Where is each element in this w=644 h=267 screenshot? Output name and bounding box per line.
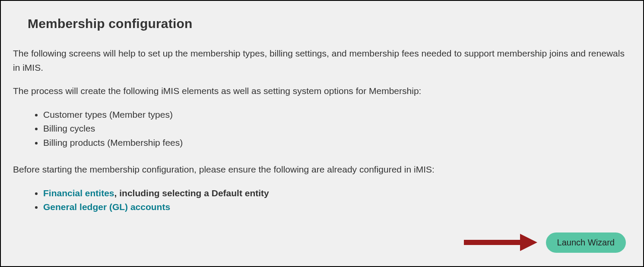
list-item: Customer types (Member types) [43, 108, 631, 122]
membership-config-panel: Membership configuration The following s… [0, 0, 644, 267]
arrow-right-icon [462, 229, 537, 255]
launch-wizard-button[interactable]: Launch Wizard [546, 232, 626, 253]
page-title: Membership configuration [28, 16, 631, 31]
intro-paragraph-2: The process will create the following iM… [13, 84, 631, 98]
action-row: Launch Wizard [462, 229, 626, 255]
financial-entities-link[interactable]: Financial entites [43, 188, 114, 198]
prereq-suffix: , including selecting a Default entity [114, 188, 269, 198]
list-item: Billing products (Membership fees) [43, 136, 631, 150]
prereq-list: Financial entites, including selecting a… [13, 186, 631, 214]
svg-marker-1 [520, 234, 537, 251]
list-item: Financial entites, including selecting a… [43, 186, 631, 201]
prereq-lead: Before starting the membership configura… [13, 163, 631, 177]
intro-paragraph-1: The following screens will help to set u… [13, 47, 631, 75]
list-item: Billing cycles [43, 122, 631, 136]
elements-list: Customer types (Member types) Billing cy… [13, 108, 631, 150]
gl-accounts-link[interactable]: General ledger (GL) accounts [43, 202, 170, 212]
list-item: General ledger (GL) accounts [43, 200, 631, 214]
